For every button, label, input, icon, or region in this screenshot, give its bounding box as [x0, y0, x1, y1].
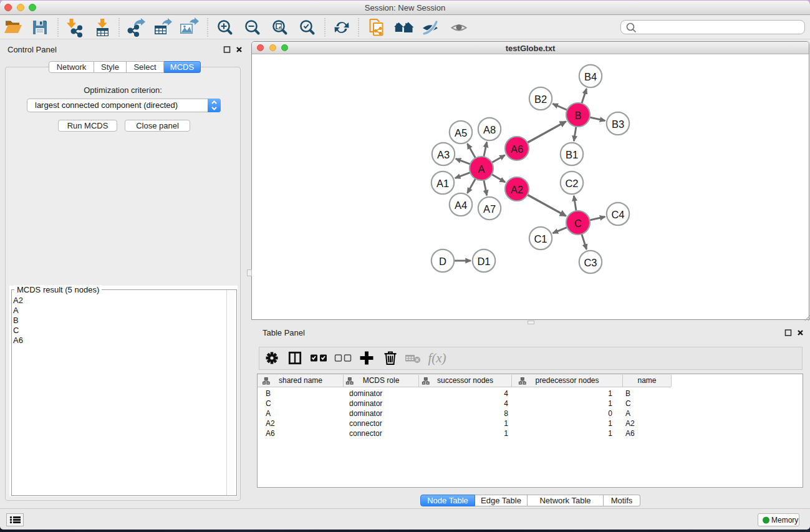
svg-text:A8: A8: [483, 124, 496, 135]
svg-text:A6: A6: [511, 143, 523, 155]
svg-text:D: D: [439, 256, 446, 267]
svg-text:C1: C1: [534, 233, 547, 244]
svg-text:B4: B4: [584, 71, 597, 82]
svg-text:C4: C4: [611, 209, 624, 220]
svg-text:B2: B2: [534, 94, 547, 105]
svg-text:A5: A5: [455, 127, 467, 138]
svg-text:C3: C3: [584, 257, 597, 268]
svg-text:C: C: [574, 218, 582, 229]
svg-text:C2: C2: [565, 178, 578, 189]
svg-text:B3: B3: [612, 118, 624, 130]
svg-text:A4: A4: [455, 200, 467, 211]
svg-text:B: B: [574, 110, 581, 121]
svg-text:B1: B1: [566, 149, 578, 160]
svg-text:D1: D1: [477, 256, 490, 267]
svg-text:A: A: [478, 163, 485, 175]
svg-text:f(x): f(x): [428, 351, 446, 365]
svg-text:A7: A7: [483, 203, 496, 215]
svg-text:A3: A3: [437, 149, 450, 160]
svg-text:A1: A1: [436, 178, 449, 189]
svg-text:A2: A2: [511, 184, 523, 195]
